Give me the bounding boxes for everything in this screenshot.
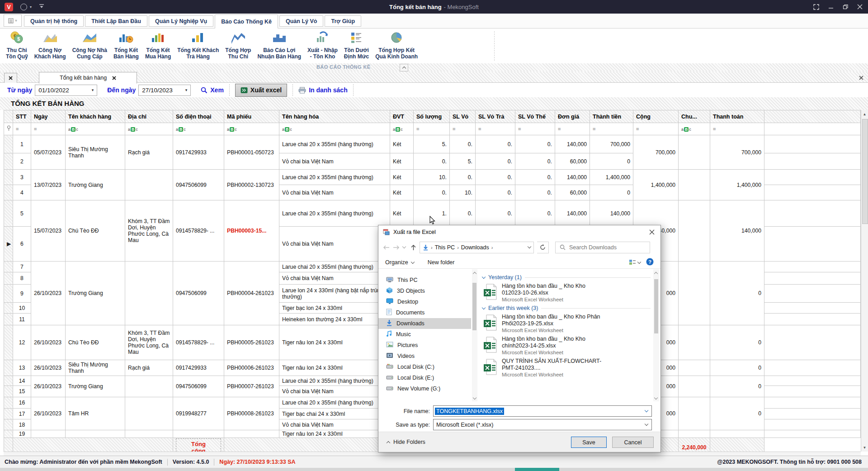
column-header-sl_vo_the[interactable]: SL Vỏ Thế [515, 110, 555, 123]
from-date-select[interactable]: 01/10/2022▾ [35, 85, 97, 96]
cell-ma-phieu[interactable]: PBH00001-050723 [224, 135, 279, 170]
cell-sl-vo-tra[interactable]: 0. [476, 200, 515, 227]
cell-ngay[interactable] [31, 430, 66, 438]
column-header-ngay[interactable]: Ngày [31, 110, 66, 123]
cell-so-luong[interactable]: 0. [414, 185, 450, 200]
column-header-stt[interactable]: STT [13, 110, 31, 123]
view-button[interactable]: Xem [201, 86, 224, 94]
cell-thanh-toan[interactable]: 700,000 [710, 135, 764, 170]
to-date-select[interactable]: 27/10/2023▾ [138, 85, 191, 96]
close-tab-icon[interactable] [112, 76, 116, 80]
cell-dia-chi[interactable]: Khóm 3, TT Đầm Dơi, Huyện Phước Long, Cà… [125, 325, 173, 360]
ribbon-tab-tr-gi-p[interactable]: Trợ Giúp [325, 15, 361, 27]
cell-dia-chi[interactable] [125, 376, 173, 397]
cell-so-dien-thoai[interactable]: 0914578829- ... [173, 325, 224, 360]
refresh-icon[interactable] [537, 242, 549, 253]
cell-stt[interactable]: 19 [13, 430, 31, 438]
cell-ma-phieu[interactable] [224, 430, 279, 438]
document-tab[interactable]: Tổng kết bán hàng [39, 72, 137, 84]
cell-don-gia[interactable]: 140,000 [555, 170, 590, 185]
cell-ten-hang-hoa[interactable]: Vỏ chai bia Việt Nam [279, 386, 390, 397]
cell-so-luong[interactable]: 10. [414, 170, 450, 185]
cell-thanh-toan[interactable]: 140,000 [710, 200, 764, 262]
cell-ngay[interactable]: 26/10/2023 [31, 360, 66, 376]
column-header-so_dien_thoai[interactable]: Số điện thoại [173, 110, 224, 123]
cell-so-dien-thoai[interactable]: 0919948277 [173, 397, 224, 430]
cell-ten-hang-hoa[interactable]: Tiger nâu lon 24 x 330ml [279, 325, 390, 360]
sidebar-item-videos[interactable]: Videos [378, 351, 471, 362]
cell-sl-vo[interactable]: 0. [450, 170, 476, 185]
cell-sl-vo-tra[interactable]: 0. [476, 153, 515, 170]
cell-stt[interactable]: 9 [13, 285, 31, 303]
cell-so-dien-thoai[interactable]: 0947506099 [173, 170, 224, 200]
ribbon-button-coins-icon[interactable]: €$ Thu ChiTồn Quỹ [3, 30, 31, 60]
cell-chu[interactable] [679, 360, 710, 376]
address-bar[interactable]: › This PC › Downloads › [420, 242, 534, 253]
cell-thanh-toan[interactable]: 0 [710, 376, 764, 397]
column-header-thanh_tien[interactable]: Thành tiền [590, 110, 633, 123]
cell-ngay[interactable]: 26/10/2023 [31, 262, 66, 325]
cell-ten-khach-hang[interactable]: Trường Giang [66, 170, 125, 200]
breadcrumb-this-pc[interactable]: This PC [435, 244, 455, 251]
cell-so-dien-thoai[interactable] [173, 430, 224, 438]
cell-ten-khach-hang[interactable]: Siêu Thị Mường Thanh [66, 135, 125, 170]
filter-cell-dvt[interactable]: aBc [390, 123, 414, 135]
file-group-header[interactable]: Yesterday (1) [482, 274, 651, 281]
cell-chu[interactable] [679, 376, 710, 397]
cell-ten-hang-hoa[interactable]: Larue chai 20 x 355ml (hàng thường) [279, 135, 390, 153]
cell-ten-khach-hang[interactable]: Trường Giang [66, 262, 125, 325]
cell-dvt[interactable]: Két [390, 170, 414, 185]
file-item[interactable]: Hàng tồn kho ban đầu _ Kho Kho 012023-10… [482, 281, 651, 304]
ribbon-button-export-bars-icon[interactable]: Xuất - Nhập- Tồn Kho [304, 30, 341, 60]
cell-sl-vo-tra[interactable]: 0. [476, 135, 515, 153]
cell-don-gia[interactable]: 140,000 [555, 135, 590, 153]
cell-ma-phieu[interactable]: PBH00007-261023 [224, 376, 279, 397]
fullscreen-icon[interactable] [813, 4, 819, 10]
ribbon-tab-qu-n-tr-h-th-ng[interactable]: Quản trị hệ thống [24, 15, 84, 27]
ribbon-button-pie-icon[interactable]: Tổng Hợp KếtQuả Kinh Doanh [372, 30, 421, 60]
cell-dia-chi[interactable]: Rạch giá [125, 360, 173, 376]
cell-thanh-tien[interactable]: 0 [590, 153, 633, 170]
column-header-ma_phieu[interactable]: Mã phiếu [224, 110, 279, 123]
breadcrumb-downloads[interactable]: Downloads [461, 244, 489, 251]
ribbon-button-bars-clock-icon[interactable]: Tổng KếtBán Hàng [110, 30, 142, 60]
cell-ten-hang-hoa[interactable]: Larue chai 20 x 355ml (hàng thường) [279, 170, 390, 185]
scrollbar-thumb[interactable] [472, 283, 476, 330]
cell-chu[interactable] [679, 430, 710, 438]
scrollbar-thumb[interactable] [654, 279, 658, 333]
cell-chu[interactable] [679, 397, 710, 430]
cell-ten-khach-hang[interactable]: Siêu Thị Mường Thanh [66, 360, 125, 376]
cell-ten-hang-hoa[interactable]: Larue chai 20 x 355ml (hàng thường) [279, 397, 390, 409]
ribbon-button-blocks-icon[interactable]: Báo Cáo LợiNhuận Bán Hàng [254, 30, 304, 60]
app-menu-button[interactable]: ▿ [4, 14, 22, 27]
cell-so-dien-thoai[interactable]: 0947506099 [173, 262, 224, 325]
cell-thanh-tien[interactable]: 0 [590, 185, 633, 200]
file-name-input[interactable]: TONGKETBANHANG.xlsx [433, 405, 652, 417]
ribbon-button-wave-icon[interactable]: Tổng HợpThu Chi [222, 30, 254, 60]
up-icon[interactable] [410, 244, 416, 251]
recent-locations-icon[interactable] [402, 245, 406, 248]
cell-stt[interactable]: 6 [13, 227, 31, 262]
cell-thanh-toan[interactable]: 1,400,000 [710, 170, 764, 200]
cell-dia-chi[interactable]: Rạch giá [125, 135, 173, 170]
cell-so-luong[interactable]: 0. [414, 153, 450, 170]
cell-stt[interactable]: 3 [13, 170, 31, 185]
column-header-chu[interactable]: Chu... [679, 110, 710, 123]
column-header-ten_khach_hang[interactable]: Tên khách hàng [66, 110, 125, 123]
address-dropdown-icon[interactable] [528, 245, 531, 248]
file-group-header[interactable]: Earlier this week (3) [482, 305, 651, 311]
filter-cell-sl_vo_tra[interactable]: = [476, 123, 515, 135]
column-header-dia_chi[interactable]: Địa chỉ [125, 110, 173, 123]
column-header-thanh_toan[interactable]: Thanh toán [710, 110, 764, 123]
cell-ten-hang-hoa[interactable]: Tiger bạc chai 24 x 330ml [279, 409, 390, 419]
cell-so-dien-thoai[interactable]: 0917429933 [173, 360, 224, 376]
cell-thanh-tien[interactable]: 140,000 [590, 200, 633, 227]
cell-ten-hang-hoa[interactable]: Vỏ chai bia Việt Nam [279, 185, 390, 200]
cell-sl-vo-the[interactable]: 0. [515, 170, 555, 185]
filter-cell-dia_chi[interactable]: aBc [125, 123, 173, 135]
cell-dvt[interactable]: Két [390, 200, 414, 227]
cell-don-gia[interactable]: 60,000 [555, 185, 590, 200]
cell-dia-chi[interactable] [125, 170, 173, 200]
cell-thanh-tien[interactable]: 700,000 [590, 135, 633, 153]
organize-button[interactable]: Organize [385, 259, 414, 266]
